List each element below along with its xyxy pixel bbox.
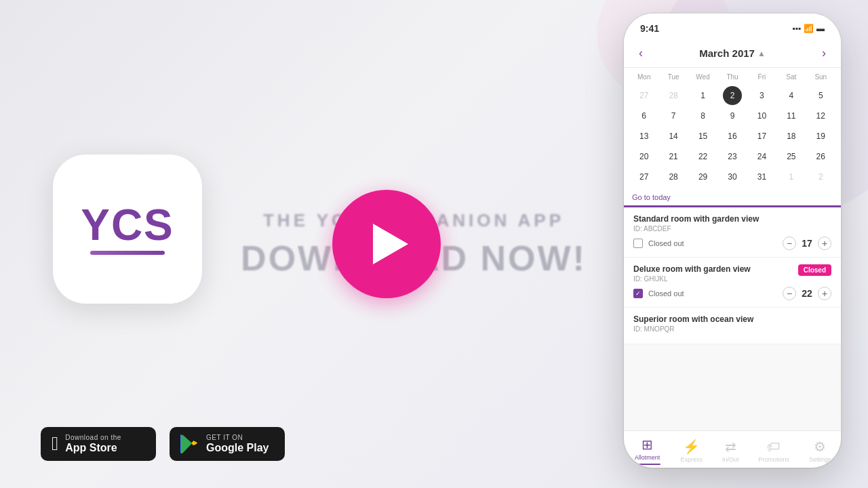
nav-allotment-label: Allotment <box>635 454 660 461</box>
cal-cell[interactable]: 7 <box>664 106 683 125</box>
nav-promotions[interactable]: 🏷 Promotions <box>758 439 789 463</box>
wifi-icon: 📶 <box>804 24 814 33</box>
cal-cell[interactable]: 4 <box>782 86 801 105</box>
google-play-icon <box>180 434 199 453</box>
cal-cell[interactable]: 9 <box>723 106 742 125</box>
cal-cell[interactable]: 11 <box>782 106 801 125</box>
room-2-qty-controls: − 22 + <box>783 287 831 300</box>
cal-week-3: 13 14 15 16 17 18 19 <box>629 127 835 146</box>
cal-cell[interactable]: 25 <box>782 147 801 166</box>
cal-cell[interactable]: 12 <box>811 106 830 125</box>
phone-frame: 9:41 ▪▪▪ 📶 ▬ ‹ March 2017 ▲ › Mon Tue We… <box>624 14 841 468</box>
nav-express-label: Express <box>680 456 703 463</box>
cal-cell[interactable]: 15 <box>694 127 713 146</box>
room-2-controls: ✓ Closed out − 22 + <box>633 287 831 300</box>
cal-cell[interactable]: 28 <box>664 167 683 186</box>
nav-inout[interactable]: ⇄ In/Out <box>722 439 739 463</box>
room-1-qty: 17 <box>802 238 812 249</box>
calendar-month-label: March 2017 ▲ <box>699 47 766 59</box>
cal-week-5: 27 28 29 30 31 1 2 <box>629 167 835 186</box>
room-list: Standard room with garden view ID: ABCDE… <box>624 207 841 430</box>
nav-settings[interactable]: ⚙ Settings <box>809 439 831 463</box>
express-icon: ⚡ <box>683 439 700 455</box>
nav-express[interactable]: ⚡ Express <box>680 439 703 463</box>
bottom-nav: ⊞ Allotment ⚡ Express ⇄ In/Out 🏷 Promoti… <box>624 430 841 468</box>
cal-week-4: 20 21 22 23 24 25 26 <box>629 147 835 166</box>
room-2-name: Deluxe room with garden view <box>633 264 751 274</box>
room-1-closed-checkbox[interactable] <box>633 239 643 248</box>
cal-cell[interactable]: 6 <box>635 106 654 125</box>
cal-cell[interactable]: 23 <box>723 147 742 166</box>
room-1-controls: Closed out − 17 + <box>633 237 831 250</box>
cal-week-1: 27 28 1 2 3 4 5 <box>629 86 835 105</box>
room-2-id: ID: GHIJKL <box>633 275 751 283</box>
cal-cell[interactable]: 19 <box>811 127 830 146</box>
room-1-qty-controls: − 17 + <box>783 237 831 250</box>
cal-cell[interactable]: 29 <box>694 167 713 186</box>
cal-cell-today[interactable]: 2 <box>723 86 742 105</box>
battery-icon: ▬ <box>816 24 825 33</box>
day-sun: Sun <box>806 70 835 83</box>
cal-cell[interactable]: 14 <box>664 127 683 146</box>
cal-cell[interactable]: 5 <box>811 86 830 105</box>
google-play-button[interactable]: GET IT ON Google Play <box>170 427 285 461</box>
app-icon: YCS <box>53 155 202 304</box>
inout-icon: ⇄ <box>725 439 736 455</box>
calendar-prev-button[interactable]: ‹ <box>635 45 647 62</box>
room-3-header: Superior room with ocean view ID: MNOPQR <box>633 314 831 337</box>
cal-cell[interactable]: 24 <box>752 147 771 166</box>
cal-cell[interactable]: 8 <box>694 106 713 125</box>
phone-mockup: 9:41 ▪▪▪ 📶 ▬ ‹ March 2017 ▲ › Mon Tue We… <box>624 14 841 468</box>
cal-cell[interactable]: 27 <box>635 86 654 105</box>
cal-cell[interactable]: 17 <box>752 127 771 146</box>
play-triangle-icon <box>373 224 408 264</box>
promotions-icon: 🏷 <box>767 439 781 455</box>
room-3-id: ID: MNOPQR <box>633 325 753 333</box>
room-1-increase-button[interactable]: + <box>818 237 831 250</box>
calendar-grid: Mon Tue Wed Thu Fri Sat Sun 27 28 1 2 3 … <box>624 68 841 190</box>
cal-cell[interactable]: 28 <box>664 86 683 105</box>
room-2-decrease-button[interactable]: − <box>783 287 796 300</box>
calendar-next-button[interactable]: › <box>818 45 830 62</box>
cal-cell[interactable]: 3 <box>752 86 771 105</box>
nav-active-bar <box>633 464 660 465</box>
month-chevron-icon: ▲ <box>757 49 766 58</box>
cal-cell[interactable]: 27 <box>635 167 654 186</box>
cal-cell[interactable]: 31 <box>752 167 771 186</box>
room-1-id: ID: ABCDEF <box>633 225 759 232</box>
cal-cell[interactable]: 13 <box>635 127 654 146</box>
cal-week-2: 6 7 8 9 10 11 12 <box>629 106 835 125</box>
google-store-main: Google Play <box>206 441 269 454</box>
day-mon: Mon <box>629 70 658 83</box>
room-1-header: Standard room with garden view ID: ABCDE… <box>633 214 831 237</box>
cal-cell[interactable]: 10 <box>752 106 771 125</box>
settings-icon: ⚙ <box>814 439 826 455</box>
cal-cell[interactable]: 26 <box>811 147 830 166</box>
goto-today-link[interactable]: Go to today <box>624 190 841 207</box>
cal-cell[interactable]: 16 <box>723 127 742 146</box>
cal-cell[interactable]: 21 <box>664 147 683 166</box>
cal-cell[interactable]: 18 <box>782 127 801 146</box>
play-button[interactable] <box>332 190 441 298</box>
apple-store-button[interactable]:  Download on the App Store <box>41 427 156 461</box>
room-1-name: Standard room with garden view <box>633 214 759 224</box>
cal-cell[interactable]: 22 <box>694 147 713 166</box>
cal-cell[interactable]: 30 <box>723 167 742 186</box>
room-2-closed-checkbox[interactable]: ✓ <box>633 289 643 298</box>
room-2-closed-badge: Closed <box>798 264 831 276</box>
phone-status-icons: ▪▪▪ 📶 ▬ <box>792 24 825 33</box>
cal-cell[interactable]: 2 <box>811 167 830 186</box>
app-logo-text: YCS <box>81 203 174 247</box>
room-1-closed-label: Closed out <box>648 239 777 247</box>
cal-cell[interactable]: 1 <box>694 86 713 105</box>
room-2-increase-button[interactable]: + <box>818 287 831 300</box>
cal-cell[interactable]: 1 <box>782 167 801 186</box>
nav-settings-label: Settings <box>809 456 831 463</box>
nav-allotment[interactable]: ⊞ Allotment <box>633 436 660 465</box>
room-1-decrease-button[interactable]: − <box>783 237 796 250</box>
google-store-sub: GET IT ON <box>206 434 269 441</box>
cal-cell[interactable]: 20 <box>635 147 654 166</box>
day-wed: Wed <box>688 70 717 83</box>
room-item-1: Standard room with garden view ID: ABCDE… <box>624 207 841 258</box>
store-buttons-container:  Download on the App Store GET IT ON Go… <box>41 427 285 461</box>
